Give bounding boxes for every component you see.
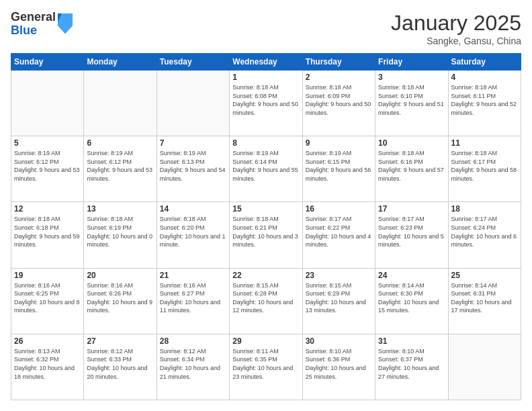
calendar-week-row: 19Sunrise: 8:16 AM Sunset: 6:25 PM Dayli… <box>11 268 521 334</box>
calendar-table: Sunday Monday Tuesday Wednesday Thursday… <box>11 53 521 400</box>
table-row: 9Sunrise: 8:19 AM Sunset: 6:15 PM Daylig… <box>302 136 375 202</box>
table-row <box>84 71 157 136</box>
table-row: 13Sunrise: 8:18 AM Sunset: 6:19 PM Dayli… <box>84 202 157 268</box>
table-row: 5Sunrise: 8:19 AM Sunset: 6:12 PM Daylig… <box>11 136 84 202</box>
day-number: 13 <box>87 204 153 214</box>
day-info: Sunrise: 8:16 AM Sunset: 6:27 PM Dayligh… <box>160 281 226 315</box>
day-number: 10 <box>378 138 445 148</box>
day-number: 19 <box>14 271 81 280</box>
logo-icon <box>58 13 73 36</box>
table-row: 14Sunrise: 8:18 AM Sunset: 6:20 PM Dayli… <box>157 202 229 268</box>
header-tuesday: Tuesday <box>157 54 229 71</box>
day-info: Sunrise: 8:18 AM Sunset: 6:09 PM Dayligh… <box>306 83 372 117</box>
day-info: Sunrise: 8:18 AM Sunset: 6:20 PM Dayligh… <box>160 215 226 248</box>
table-row: 16Sunrise: 8:17 AM Sunset: 6:22 PM Dayli… <box>302 202 375 268</box>
day-number: 27 <box>87 336 153 346</box>
location: Sangke, Gansu, China <box>391 36 521 46</box>
table-row <box>11 71 84 136</box>
day-info: Sunrise: 8:13 AM Sunset: 6:32 PM Dayligh… <box>14 347 81 381</box>
table-row: 15Sunrise: 8:18 AM Sunset: 6:21 PM Dayli… <box>230 202 302 268</box>
table-row: 27Sunrise: 8:12 AM Sunset: 6:33 PM Dayli… <box>84 334 157 400</box>
table-row <box>157 71 229 136</box>
day-number: 21 <box>160 271 226 280</box>
page: General Blue January 2025 Sangke, Gansu,… <box>0 0 532 411</box>
table-row: 24Sunrise: 8:14 AM Sunset: 6:30 PM Dayli… <box>375 268 448 334</box>
table-row: 3Sunrise: 8:18 AM Sunset: 6:10 PM Daylig… <box>375 71 448 136</box>
table-row: 18Sunrise: 8:17 AM Sunset: 6:24 PM Dayli… <box>448 202 521 268</box>
day-info: Sunrise: 8:18 AM Sunset: 6:19 PM Dayligh… <box>87 215 153 248</box>
day-info: Sunrise: 8:19 AM Sunset: 6:15 PM Dayligh… <box>306 149 372 183</box>
table-row: 23Sunrise: 8:15 AM Sunset: 6:29 PM Dayli… <box>302 268 375 334</box>
table-row: 25Sunrise: 8:14 AM Sunset: 6:31 PM Dayli… <box>448 268 521 334</box>
day-info: Sunrise: 8:19 AM Sunset: 6:12 PM Dayligh… <box>87 149 153 183</box>
day-number: 14 <box>160 204 226 214</box>
day-number: 29 <box>232 336 299 346</box>
table-row: 1Sunrise: 8:18 AM Sunset: 6:08 PM Daylig… <box>230 71 302 136</box>
day-number: 7 <box>160 138 226 148</box>
day-number: 30 <box>306 336 372 346</box>
day-info: Sunrise: 8:11 AM Sunset: 6:35 PM Dayligh… <box>232 347 299 381</box>
logo-blue: Blue <box>11 24 56 38</box>
day-number: 31 <box>378 336 445 346</box>
day-number: 20 <box>87 271 153 280</box>
table-row: 28Sunrise: 8:12 AM Sunset: 6:34 PM Dayli… <box>157 334 229 400</box>
table-row: 10Sunrise: 8:18 AM Sunset: 6:16 PM Dayli… <box>375 136 448 202</box>
day-number: 8 <box>232 138 299 148</box>
table-row: 20Sunrise: 8:16 AM Sunset: 6:26 PM Dayli… <box>84 268 157 334</box>
day-info: Sunrise: 8:18 AM Sunset: 6:11 PM Dayligh… <box>451 83 518 117</box>
day-number: 26 <box>14 336 81 346</box>
calendar-week-row: 12Sunrise: 8:18 AM Sunset: 6:18 PM Dayli… <box>11 202 521 268</box>
table-row: 21Sunrise: 8:16 AM Sunset: 6:27 PM Dayli… <box>157 268 229 334</box>
header-wednesday: Wednesday <box>230 54 302 71</box>
table-row: 11Sunrise: 8:18 AM Sunset: 6:17 PM Dayli… <box>448 136 521 202</box>
header-thursday: Thursday <box>302 54 375 71</box>
day-info: Sunrise: 8:17 AM Sunset: 6:23 PM Dayligh… <box>378 215 445 248</box>
table-row: 6Sunrise: 8:19 AM Sunset: 6:12 PM Daylig… <box>84 136 157 202</box>
day-info: Sunrise: 8:10 AM Sunset: 6:36 PM Dayligh… <box>306 347 372 381</box>
day-number: 3 <box>378 73 445 82</box>
title-block: January 2025 Sangke, Gansu, China <box>391 11 521 46</box>
day-info: Sunrise: 8:14 AM Sunset: 6:31 PM Dayligh… <box>451 281 518 315</box>
header-monday: Monday <box>84 54 157 71</box>
day-info: Sunrise: 8:16 AM Sunset: 6:26 PM Dayligh… <box>87 281 153 315</box>
day-info: Sunrise: 8:19 AM Sunset: 6:12 PM Dayligh… <box>14 149 81 183</box>
day-number: 25 <box>451 271 518 280</box>
table-row: 19Sunrise: 8:16 AM Sunset: 6:25 PM Dayli… <box>11 268 84 334</box>
day-info: Sunrise: 8:15 AM Sunset: 6:28 PM Dayligh… <box>232 281 299 315</box>
header-friday: Friday <box>375 54 448 71</box>
day-info: Sunrise: 8:18 AM Sunset: 6:10 PM Dayligh… <box>378 83 445 117</box>
day-number: 5 <box>14 138 81 148</box>
month-title: January 2025 <box>391 11 521 36</box>
day-number: 17 <box>378 204 445 214</box>
table-row: 26Sunrise: 8:13 AM Sunset: 6:32 PM Dayli… <box>11 334 84 400</box>
day-info: Sunrise: 8:17 AM Sunset: 6:24 PM Dayligh… <box>451 215 518 248</box>
table-row <box>448 334 521 400</box>
day-info: Sunrise: 8:18 AM Sunset: 6:18 PM Dayligh… <box>14 215 81 248</box>
table-row: 8Sunrise: 8:19 AM Sunset: 6:14 PM Daylig… <box>230 136 302 202</box>
table-row: 29Sunrise: 8:11 AM Sunset: 6:35 PM Dayli… <box>230 334 302 400</box>
day-info: Sunrise: 8:18 AM Sunset: 6:08 PM Dayligh… <box>232 83 299 117</box>
header-saturday: Saturday <box>448 54 521 71</box>
table-row: 31Sunrise: 8:10 AM Sunset: 6:37 PM Dayli… <box>375 334 448 400</box>
day-info: Sunrise: 8:14 AM Sunset: 6:30 PM Dayligh… <box>378 281 445 315</box>
table-row: 4Sunrise: 8:18 AM Sunset: 6:11 PM Daylig… <box>448 71 521 136</box>
day-number: 16 <box>306 204 372 214</box>
day-number: 11 <box>451 138 518 148</box>
day-number: 22 <box>232 271 299 280</box>
day-info: Sunrise: 8:18 AM Sunset: 6:16 PM Dayligh… <box>378 149 445 183</box>
header: General Blue January 2025 Sangke, Gansu,… <box>11 11 521 46</box>
day-number: 4 <box>451 73 518 82</box>
calendar-week-row: 1Sunrise: 8:18 AM Sunset: 6:08 PM Daylig… <box>11 71 521 136</box>
logo-text: General Blue <box>11 11 56 38</box>
day-number: 24 <box>378 271 445 280</box>
day-info: Sunrise: 8:17 AM Sunset: 6:22 PM Dayligh… <box>306 215 372 248</box>
day-number: 12 <box>14 204 81 214</box>
table-row: 12Sunrise: 8:18 AM Sunset: 6:18 PM Dayli… <box>11 202 84 268</box>
day-info: Sunrise: 8:18 AM Sunset: 6:21 PM Dayligh… <box>232 215 299 248</box>
calendar-header-row: Sunday Monday Tuesday Wednesday Thursday… <box>11 54 521 71</box>
day-number: 18 <box>451 204 518 214</box>
day-info: Sunrise: 8:15 AM Sunset: 6:29 PM Dayligh… <box>306 281 372 315</box>
table-row: 2Sunrise: 8:18 AM Sunset: 6:09 PM Daylig… <box>302 71 375 136</box>
day-info: Sunrise: 8:12 AM Sunset: 6:34 PM Dayligh… <box>160 347 226 381</box>
day-number: 1 <box>232 73 299 82</box>
